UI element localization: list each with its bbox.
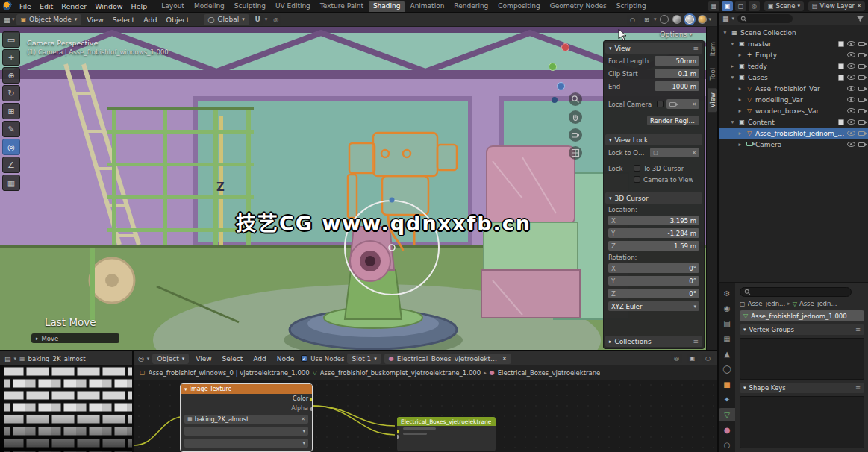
workspace-tab-shading[interactable]: Shading	[369, 1, 405, 12]
panel-menu-icon[interactable]	[693, 45, 699, 52]
close-icon[interactable]	[857, 3, 861, 9]
tool-transform[interactable]	[2, 139, 20, 155]
cursor-rot-y-field[interactable]: Y 0°	[608, 276, 699, 286]
camera-visibility-icon[interactable]	[858, 120, 865, 125]
disclosure-icon[interactable]	[737, 51, 743, 58]
active-editor-icon[interactable]	[722, 1, 733, 11]
workspace-tab-uv-editing[interactable]: UV Editing	[271, 1, 315, 12]
outliner-row[interactable]: modelling_Var	[719, 94, 868, 105]
panel-menu-icon[interactable]	[855, 384, 861, 392]
disclosure-icon[interactable]	[729, 63, 736, 69]
camera-visibility-icon[interactable]	[858, 42, 865, 46]
workspace-tab-texture-paint[interactable]: Texture Paint	[316, 1, 368, 12]
tab-render[interactable]	[719, 301, 735, 315]
outliner-row[interactable]: Cases	[719, 72, 868, 83]
camera-visibility-icon[interactable]	[858, 75, 865, 80]
snap-options-chevron-icon[interactable]	[265, 16, 268, 22]
disclosure-icon[interactable]	[737, 107, 743, 114]
scene-selector[interactable]: Scene	[764, 1, 804, 11]
clear-icon[interactable]	[692, 101, 696, 107]
eye-icon[interactable]	[847, 97, 855, 102]
vertex-groups-panel-header[interactable]: Vertex Groups	[740, 324, 864, 335]
menu-select[interactable]: Select	[109, 16, 138, 24]
collections-panel-header[interactable]: Collections	[605, 336, 702, 347]
show-gizmo-icon[interactable]	[627, 15, 638, 25]
ortho-toggle-button[interactable]	[569, 146, 582, 160]
use-nodes-checkbox[interactable]	[301, 355, 307, 362]
editor-toggle-icon[interactable]	[735, 1, 746, 11]
input-socket[interactable]	[396, 434, 400, 439]
panel-menu-icon[interactable]	[855, 326, 861, 333]
tool-rotate[interactable]	[2, 85, 20, 101]
axis-gizmo-x[interactable]	[561, 43, 569, 51]
camera-view-button[interactable]	[569, 128, 582, 142]
color-socket[interactable]	[309, 397, 313, 402]
orientation-dropdown[interactable]: Global	[204, 14, 249, 25]
local-camera-field[interactable]	[666, 99, 699, 109]
eye-icon[interactable]	[847, 142, 855, 147]
image-editor-canvas[interactable]	[0, 365, 133, 452]
options-dropdown[interactable]: Options	[660, 30, 692, 38]
tab-modifiers[interactable]	[719, 393, 735, 407]
view-layer-selector[interactable]: View Layer	[808, 1, 865, 11]
outliner-search[interactable]	[737, 14, 793, 23]
disclosure-icon[interactable]	[729, 119, 736, 125]
tool-add-cube[interactable]	[2, 175, 20, 191]
editor-type-icon[interactable]	[4, 355, 11, 362]
eye-icon[interactable]	[847, 86, 855, 91]
tab-output[interactable]	[719, 317, 735, 330]
pin-icon[interactable]	[702, 354, 714, 363]
eye-icon[interactable]	[847, 75, 855, 80]
snap-magnet-icon[interactable]: U	[252, 15, 263, 25]
axis-gizmo-minus[interactable]	[552, 97, 558, 103]
eye-icon[interactable]	[847, 119, 855, 125]
divider[interactable]	[717, 13, 718, 452]
menu-add[interactable]: Add	[140, 16, 160, 24]
shading-options-chevron-icon[interactable]	[708, 16, 711, 22]
tab-view-layer[interactable]	[719, 332, 735, 345]
workspace-tab-modeling[interactable]: Modeling	[190, 1, 229, 12]
tab-physics[interactable]	[719, 439, 735, 452]
disclosure-icon[interactable]	[737, 85, 743, 92]
camera-visibility-icon[interactable]	[858, 53, 865, 57]
shading-solid-icon[interactable]	[672, 15, 681, 24]
local-camera-checkbox[interactable]	[657, 101, 664, 107]
eye-icon[interactable]	[847, 131, 855, 136]
camera-to-view-checkbox[interactable]	[634, 176, 640, 183]
workspace-tab-layout[interactable]: Layout	[157, 1, 189, 12]
tab-object[interactable]	[719, 377, 735, 391]
image-texture-node[interactable]: Image Texture Color Alpha baking_2K_almo…	[180, 383, 313, 452]
outliner-row[interactable]: Camera	[719, 139, 868, 150]
menu-add[interactable]: Add	[249, 355, 269, 362]
shader-mode-dropdown[interactable]: Object	[152, 354, 189, 364]
disclosure-icon[interactable]	[737, 141, 743, 148]
editor-toggle-icon[interactable]	[708, 1, 719, 11]
material-group-node[interactable]: Electrical_Boxes_vjetroelektrane	[396, 416, 496, 452]
eye-icon[interactable]	[847, 108, 855, 113]
eye-icon[interactable]	[847, 63, 855, 69]
pan-button[interactable]	[569, 110, 582, 124]
camera-visibility-icon[interactable]	[858, 131, 865, 136]
outliner-row[interactable]: Content	[719, 116, 868, 128]
shader-node-canvas[interactable]: Image Texture Color Alpha baking_2K_almo…	[133, 380, 718, 452]
n-panel-tab-item[interactable]: Item	[708, 37, 717, 60]
outliner-row[interactable]: master	[719, 38, 868, 49]
camera-visibility-icon[interactable]	[858, 64, 865, 69]
operator-panel[interactable]: Move	[31, 333, 119, 343]
outliner-row[interactable]: Empty	[719, 49, 868, 60]
panel-menu-icon[interactable]	[693, 338, 699, 345]
workspace-tab-sculpting[interactable]: Sculpting	[230, 1, 270, 12]
tool-cursor[interactable]	[2, 49, 20, 66]
breadcrumb-object[interactable]: Asse_jedn...	[748, 300, 786, 307]
disclosure-icon[interactable]	[729, 74, 736, 81]
menu-edit[interactable]: Edit	[36, 2, 57, 10]
camera-visibility-icon[interactable]	[858, 109, 865, 113]
unlink-icon[interactable]	[301, 416, 305, 422]
n-panel-tab-view[interactable]: View	[708, 88, 717, 112]
menu-select[interactable]: Select	[219, 355, 247, 362]
axis-gizmo-y[interactable]	[549, 63, 557, 71]
node-header[interactable]: Image Texture	[181, 384, 312, 394]
editor-type-icon[interactable]	[138, 355, 144, 362]
alpha-socket[interactable]	[309, 407, 313, 412]
clear-icon[interactable]	[692, 150, 696, 156]
